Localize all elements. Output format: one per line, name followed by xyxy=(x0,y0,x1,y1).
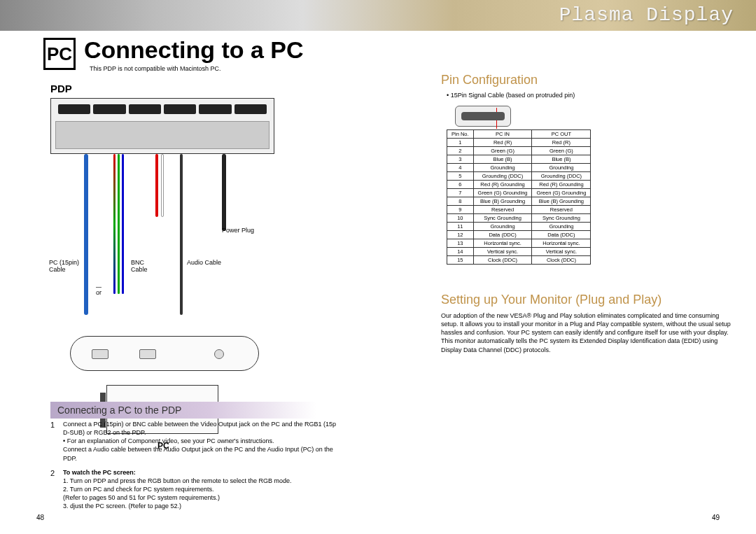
pin-table-cell: Red (R) Grounding xyxy=(532,181,591,189)
pin-table-cell: Blue (B) xyxy=(473,155,532,164)
pin-table-cell: Reserved xyxy=(473,206,532,214)
pin-table-header: Pin No. xyxy=(447,130,474,139)
table-row: 7Green (G) GroundingGreen (G) Grounding xyxy=(447,189,591,197)
pin-table-cell: Red (R) xyxy=(532,139,591,147)
plug-and-play-text: Our adoption of the new VESA® Plug and P… xyxy=(441,311,735,354)
page-title: Connecting to a PC xyxy=(84,36,304,64)
step-2-text: 1. Turn on PDP and press the RGB button … xyxy=(63,477,292,510)
bnc-cable-icon xyxy=(118,154,120,294)
step-body: To watch the PC screen: 1. Turn on PDP a… xyxy=(63,468,337,511)
table-row: 15Clock (DDC)Clock (DDC) xyxy=(447,256,591,265)
db15-connector-icon xyxy=(455,106,511,127)
bnc-cable-icon xyxy=(113,154,115,294)
pin-table-cell: Green (G) xyxy=(473,147,532,155)
pin-table-cell: 1 xyxy=(447,139,474,147)
pc-rear-panel-illustration xyxy=(70,336,259,371)
pin-table-header: PC IN xyxy=(473,130,532,139)
table-row: 2Green (G)Green (G) xyxy=(447,147,591,155)
pin-table-cell: Blue (B) Grounding xyxy=(473,197,532,206)
pin-table-cell: 7 xyxy=(447,189,474,197)
audio-cable-icon xyxy=(180,154,183,315)
pdp-label: PDP xyxy=(50,83,72,94)
pc15-cable-label: PC (15pin)Cable xyxy=(49,259,79,273)
pin-table-cell: Grounding xyxy=(532,223,591,231)
step-number: 2 xyxy=(50,468,63,511)
step-2: 2 To watch the PC screen: 1. Turn on PDP… xyxy=(50,468,337,511)
pin-configuration-title: Pin Configuration xyxy=(441,73,735,87)
plug-and-play-title: Setting up Your Monitor (Plug and Play) xyxy=(441,293,735,307)
step-body: Connect a PC (15pin) or BNC cable betwee… xyxy=(63,420,337,463)
step-2-heading: To watch the PC screen: xyxy=(63,469,136,476)
pin-table-cell: Red (R) Grounding xyxy=(473,181,532,189)
table-row: 5Grounding (DDC)Grounding (DDC) xyxy=(447,172,591,181)
step-number: 1 xyxy=(50,420,63,463)
pc-15pin-cable-icon xyxy=(84,154,88,315)
page-number-right: 49 xyxy=(712,514,720,521)
plasma-display-title: Plasma Display xyxy=(559,4,734,26)
or-label: or xyxy=(96,287,102,296)
pin-table-cell: Vertical sync. xyxy=(473,248,532,256)
pin-table-cell: 12 xyxy=(447,231,474,239)
page-number-left: 48 xyxy=(36,514,44,521)
pin-table-cell: Data (DDC) xyxy=(532,231,591,239)
audio-cable-label: Audio Cable xyxy=(187,259,221,266)
pin-table-cell: 15 xyxy=(447,256,474,265)
pin-table-cell: Data (DDC) xyxy=(473,231,532,239)
pin-table-cell: Grounding xyxy=(473,164,532,172)
table-row: 6Red (R) GroundingRed (R) Grounding xyxy=(447,181,591,189)
rca-white-cable-icon xyxy=(161,154,164,217)
pin-table-cell: Horizontal sync. xyxy=(532,239,591,248)
pin-table-cell: 6 xyxy=(447,181,474,189)
pin-table-cell: Grounding xyxy=(473,223,532,231)
table-row: 11GroundingGrounding xyxy=(447,223,591,231)
table-row: 13Horizontal sync.Horizontal sync. xyxy=(447,239,591,248)
pin-table-cell: 10 xyxy=(447,214,474,223)
pin-table-cell: Blue (B) xyxy=(532,155,591,164)
connection-diagram: PC (15pin)Cable BNCCable Audio Cable Pow… xyxy=(50,98,309,388)
connection-steps: 1 Connect a PC (15pin) or BNC cable betw… xyxy=(50,420,337,516)
pin-table-cell: 5 xyxy=(447,172,474,181)
connecting-section-title: Connecting a PC to the PDP xyxy=(50,402,316,419)
rca-red-cable-icon xyxy=(155,154,158,217)
pin-table-cell: Sync Grounding xyxy=(473,214,532,223)
power-cable-icon xyxy=(222,154,226,231)
pin-table-cell: 3 xyxy=(447,155,474,164)
pc-badge-icon: PC xyxy=(43,38,76,70)
pin-table-cell: Vertical sync. xyxy=(532,248,591,256)
table-row: 4GroundingGrounding xyxy=(447,164,591,172)
pin-table-cell: 9 xyxy=(447,206,474,214)
pin-table-cell: Grounding (DDC) xyxy=(532,172,591,181)
pin-configuration-table: Pin No.PC INPC OUT 1Red (R)Red (R)2Green… xyxy=(447,129,591,265)
pdp-backpanel-illustration xyxy=(50,98,274,154)
pin-table-cell: Clock (DDC) xyxy=(532,256,591,265)
step-1: 1 Connect a PC (15pin) or BNC cable betw… xyxy=(50,420,337,463)
table-row: 9ReservedReserved xyxy=(447,206,591,214)
pin-table-cell: Green (G) Grounding xyxy=(532,189,591,197)
pin-table-cell: Green (G) Grounding xyxy=(473,189,532,197)
pin-table-cell: 14 xyxy=(447,248,474,256)
pin-table-cell: 4 xyxy=(447,164,474,172)
pin-table-cell: 2 xyxy=(447,147,474,155)
pin-table-cell: 13 xyxy=(447,239,474,248)
pin-table-cell: Grounding (DDC) xyxy=(473,172,532,181)
pin-table-cell: Green (G) xyxy=(532,147,591,155)
bnc-cable-label: BNCCable xyxy=(131,259,148,273)
pin-table-cell: 8 xyxy=(447,197,474,206)
signal-cable-note: • 15Pin Signal Cable (based on protruded… xyxy=(441,92,735,99)
table-row: 12Data (DDC)Data (DDC) xyxy=(447,231,591,239)
pin-table-cell: Blue (B) Grounding xyxy=(532,197,591,206)
pin-table-cell: Grounding xyxy=(532,164,591,172)
pin-table-cell: Clock (DDC) xyxy=(473,256,532,265)
table-row: 14Vertical sync.Vertical sync. xyxy=(447,248,591,256)
table-row: 8Blue (B) GroundingBlue (B) Grounding xyxy=(447,197,591,206)
pin-table-cell: Reserved xyxy=(532,206,591,214)
compatibility-note: This PDP is not compatible with Macintos… xyxy=(90,65,220,72)
table-row: 10Sync GroundingSync Grounding xyxy=(447,214,591,223)
table-row: 3Blue (B)Blue (B) xyxy=(447,155,591,164)
power-plug-label: Power Plug xyxy=(222,227,254,234)
cables-illustration: PC (15pin)Cable BNCCable Audio Cable Pow… xyxy=(50,154,309,336)
pin-table-cell: 11 xyxy=(447,223,474,231)
pin-table-header: PC OUT xyxy=(532,130,591,139)
table-row: 1Red (R)Red (R) xyxy=(447,139,591,147)
pin-table-cell: Horizontal sync. xyxy=(473,239,532,248)
